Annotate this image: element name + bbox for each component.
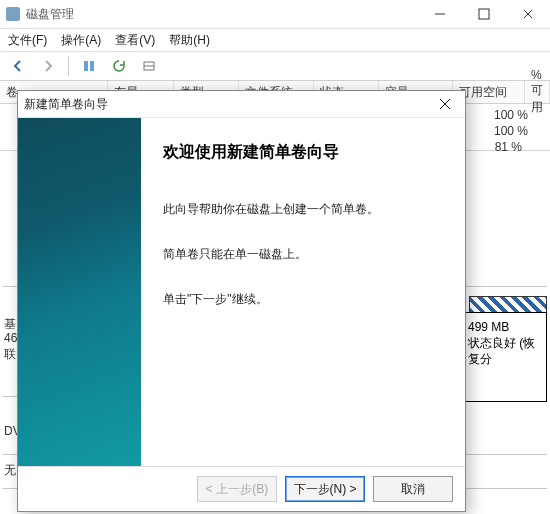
svg-rect-5: [90, 61, 94, 71]
row2-pctfree: 81 %: [495, 140, 522, 154]
wizard-dialog: 新建简单卷向导 欢迎使用新建简单卷向导 此向导帮助你在磁盘上创建一个简单卷。 简…: [17, 90, 466, 512]
wizard-heading: 欢迎使用新建简单卷向导: [163, 142, 443, 163]
app-title: 磁盘管理: [26, 6, 74, 23]
toolbar: [0, 52, 550, 81]
row1-pctfree: 100 %: [494, 124, 528, 138]
row0-pctfree: 100 %: [494, 108, 528, 122]
col-pctfree[interactable]: % 可用: [525, 81, 550, 103]
wizard-titlebar: 新建简单卷向导: [18, 91, 465, 118]
menu-view[interactable]: 查看(V): [115, 32, 155, 49]
partition-stripe: [469, 296, 547, 313]
minimize-button[interactable]: [418, 0, 462, 28]
wizard-footer: < 上一步(B) 下一步(N) > 取消: [18, 466, 465, 511]
wizard-line1: 此向导帮助你在磁盘上创建一个简单卷。: [163, 201, 443, 218]
app-icon: [6, 7, 20, 21]
wizard-line2: 简单卷只能在单一磁盘上。: [163, 246, 443, 263]
menu-action[interactable]: 操作(A): [61, 32, 101, 49]
toolbar-tool1-button[interactable]: [77, 54, 101, 78]
wizard-line3: 单击"下一步"继续。: [163, 291, 443, 308]
wizard-next-button[interactable]: 下一步(N) >: [285, 476, 365, 502]
toolbar-divider: [68, 56, 69, 76]
toolbar-forward-button[interactable]: [36, 54, 60, 78]
close-button[interactable]: [506, 0, 550, 28]
svg-rect-4: [84, 61, 88, 71]
wizard-close-button[interactable]: [431, 94, 459, 114]
wizard-back-button: < 上一步(B): [197, 476, 277, 502]
partition-status: 状态良好 (恢复分: [468, 335, 542, 367]
maximize-button[interactable]: [462, 0, 506, 28]
wizard-content: 欢迎使用新建简单卷向导 此向导帮助你在磁盘上创建一个简单卷。 简单卷只能在单一磁…: [141, 118, 465, 466]
svg-rect-1: [479, 9, 489, 19]
partition-size: 499 MB: [468, 319, 542, 335]
window-titlebar: 磁盘管理: [0, 0, 550, 29]
window-controls: [418, 0, 550, 28]
menu-file[interactable]: 文件(F): [8, 32, 47, 49]
menu-bar: 文件(F) 操作(A) 查看(V) 帮助(H): [0, 29, 550, 52]
wizard-banner: [18, 118, 141, 466]
toolbar-tool2-button[interactable]: [137, 54, 161, 78]
menu-help[interactable]: 帮助(H): [169, 32, 210, 49]
toolbar-back-button[interactable]: [6, 54, 30, 78]
toolbar-refresh-button[interactable]: [107, 54, 131, 78]
partition-box[interactable]: 499 MB 状态良好 (恢复分: [463, 312, 547, 402]
wizard-cancel-button[interactable]: 取消: [373, 476, 453, 502]
wizard-title: 新建简单卷向导: [24, 96, 108, 113]
